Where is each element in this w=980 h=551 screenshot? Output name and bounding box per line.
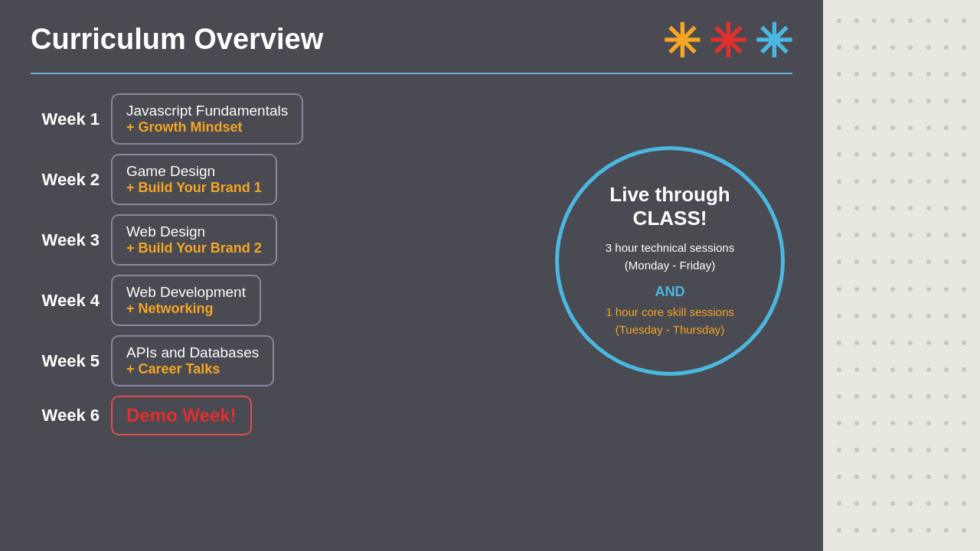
sidebar-dot [854,341,859,345]
week-6-box: Demo Week! [111,396,252,435]
sidebar-dot [872,314,877,318]
asterisk-yellow-icon: ✳ [662,19,701,65]
sidebar-dot [872,45,877,50]
sidebar-dot [854,474,859,479]
sidebar-dot [926,259,931,264]
asterisk-red-icon: ✳ [708,19,746,65]
sidebar-dot [944,474,949,479]
sidebar-dot [944,528,949,533]
sidebar-dot [962,126,966,130]
asterisk-group: ✳ ✳ ✳ [662,19,792,65]
sidebar-dot [837,528,841,533]
week-6-row: Week 6 Demo Week! [31,396,532,435]
week-1-sub: + Growth Mindset [126,119,288,135]
header: Curriculum Overview ✳ ✳ ✳ [31,23,792,65]
sidebar-dot [837,341,841,345]
sidebar-dot [837,152,841,157]
sidebar-dot [908,394,913,399]
sidebar-dot [837,367,841,372]
sidebar-dot [890,474,895,479]
sidebar-dot [926,448,931,452]
sidebar-dot [908,45,913,50]
sidebar-dot [854,528,859,533]
week-5-sub: + Career Talks [126,361,259,377]
sidebar-dot [962,394,966,399]
sidebar-dot [908,421,913,425]
sidebar-dot [908,367,913,372]
sidebar-dot [908,206,913,210]
sidebar-dot [854,18,859,23]
sidebar-dot [872,233,877,237]
week-5-box: APIs and Databases + Career Talks [111,335,274,386]
sidebar-dot [854,233,859,237]
sidebar-dot [926,99,931,103]
sidebar-dot [926,394,931,399]
sidebar-dot [890,421,895,425]
sidebar-dot [872,99,877,103]
circle-line1: 3 hour technical sessions (Monday - Frid… [606,240,734,274]
sidebar-dot [962,206,966,210]
sidebar-dot [854,421,859,425]
week-4-sub: + Networking [126,301,246,317]
sidebar-dot [837,448,841,452]
sidebar-dot [944,314,949,318]
sidebar-dot [944,126,949,130]
sidebar-dot [872,179,877,184]
sidebar-dot [837,474,841,479]
sidebar-dot [890,18,895,23]
sidebar-dot [837,126,841,130]
sidebar-dot [962,99,966,103]
sidebar-dot [908,314,913,318]
sidebar-dot [854,314,859,318]
sidebar-dot [944,18,949,23]
sidebar-dot [926,179,931,184]
sidebar-dot [926,18,931,23]
sidebar-dot [926,474,931,479]
week-2-row: Week 2 Game Design + Build Your Brand 1 [31,154,532,205]
week-3-box: Web Design + Build Your Brand 2 [111,214,277,266]
sidebar-dot [890,152,895,157]
sidebar-dot [890,72,895,77]
sidebar-dot [890,341,895,345]
sidebar-dot [926,45,931,50]
week-1-box: Javascript Fundamentals + Growth Mindset [111,93,303,145]
sidebar-dot [926,72,931,77]
sidebar-dot [890,314,895,318]
sidebar-dot [944,152,949,157]
sidebar-dot [962,72,966,77]
sidebar-dot [926,421,931,425]
sidebar-dot [872,18,877,23]
sidebar: // Generate dots const dotsContainer = d… [823,0,980,551]
sidebar-dot [872,259,877,264]
sidebar-dot [908,152,913,157]
sidebar-dot [872,394,877,399]
sidebar-dot [872,448,877,452]
circle-and: AND [655,284,685,300]
sidebar-dot [944,501,949,506]
sidebar-dot [962,287,966,292]
sidebar-dot [872,474,877,479]
sidebar-dot [962,421,966,425]
sidebar-dot [854,259,859,264]
sidebar-dot [944,421,949,425]
week-5-row: Week 5 APIs and Databases + Career Talks [31,335,532,386]
week-3-row: Week 3 Web Design + Build Your Brand 2 [31,214,532,266]
sidebar-dot [926,341,931,345]
sidebar-dot [908,72,913,77]
sidebar-dot [944,72,949,77]
sidebar-dot [854,367,859,372]
sidebar-dot [926,152,931,157]
sidebar-dot [890,45,895,50]
sidebar-dot [837,394,841,399]
week-1-main: Javascript Fundamentals [126,103,288,119]
sidebar-dot [908,99,913,103]
sidebar-dot [854,152,859,157]
sidebar-dot [872,341,877,345]
main-panel: Curriculum Overview ✳ ✳ ✳ Week 1 Javascr… [0,0,823,551]
sidebar-dot [944,367,949,372]
sidebar-dot [890,501,895,506]
sidebar-dot [837,259,841,264]
sidebar-dot [872,152,877,157]
sidebar-dot [962,501,966,506]
sidebar-dot [926,314,931,318]
